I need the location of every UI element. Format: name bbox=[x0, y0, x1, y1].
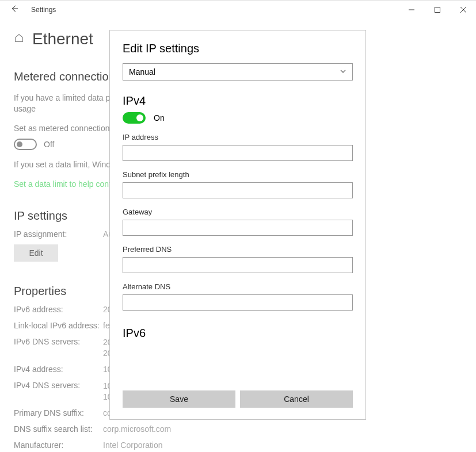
pref-dns-input[interactable] bbox=[123, 257, 353, 273]
prop-key: Link-local IPv6 address: bbox=[14, 321, 103, 330]
home-icon[interactable] bbox=[14, 33, 24, 45]
mode-select[interactable]: Manual bbox=[123, 63, 353, 81]
edit-ip-dialog: Edit IP settings Manual IPv4 On IP addre… bbox=[109, 30, 366, 420]
prop-key: IPv6 address: bbox=[14, 305, 103, 314]
alt-dns-label: Alternate DNS bbox=[123, 282, 353, 291]
alt-dns-input[interactable] bbox=[123, 294, 353, 311]
prop-key: Manufacturer: bbox=[14, 440, 103, 450]
prop-key: IPv4 address: bbox=[14, 365, 103, 374]
window-title: Settings bbox=[31, 6, 56, 14]
ipv4-heading: IPv4 bbox=[123, 94, 353, 108]
dialog-title: Edit IP settings bbox=[123, 42, 353, 55]
save-button[interactable]: Save bbox=[123, 390, 235, 408]
metered-toggle-label: Off bbox=[44, 140, 54, 149]
metered-toggle[interactable] bbox=[14, 139, 37, 150]
prop-val: corp.microsoft.com bbox=[103, 424, 171, 434]
maximize-button[interactable] bbox=[424, 1, 450, 19]
ipv6-heading: IPv6 bbox=[123, 327, 353, 340]
minimize-button[interactable] bbox=[398, 1, 424, 19]
prop-key: DNS suffix search list: bbox=[14, 424, 103, 434]
mode-value: Manual bbox=[129, 67, 155, 76]
prop-key: Primary DNS suffix: bbox=[14, 408, 103, 417]
chevron-down-icon bbox=[340, 67, 346, 76]
back-icon[interactable] bbox=[10, 5, 18, 15]
page-title: Ethernet bbox=[32, 30, 93, 48]
close-button[interactable] bbox=[450, 1, 476, 19]
ip-address-label: IP address bbox=[123, 133, 353, 141]
ipv4-toggle-label: On bbox=[154, 113, 165, 122]
edit-button[interactable]: Edit bbox=[14, 244, 58, 262]
gateway-label: Gateway bbox=[123, 208, 353, 216]
prop-val: fe bbox=[103, 321, 110, 330]
gateway-input[interactable] bbox=[123, 220, 353, 236]
prop-val: Intel Corporation bbox=[103, 440, 163, 450]
ipv4-toggle[interactable] bbox=[123, 112, 146, 124]
cancel-button[interactable]: Cancel bbox=[240, 390, 353, 408]
svg-rect-0 bbox=[435, 7, 440, 12]
prop-key: IPv6 DNS servers: bbox=[14, 337, 103, 358]
ip-assignment-label: IP assignment: bbox=[14, 229, 103, 239]
prop-key: IPv4 DNS servers: bbox=[14, 381, 103, 401]
subnet-input[interactable] bbox=[123, 182, 353, 198]
ip-address-input[interactable] bbox=[123, 145, 353, 161]
pref-dns-label: Preferred DNS bbox=[123, 245, 353, 254]
subnet-label: Subnet prefix length bbox=[123, 170, 353, 179]
